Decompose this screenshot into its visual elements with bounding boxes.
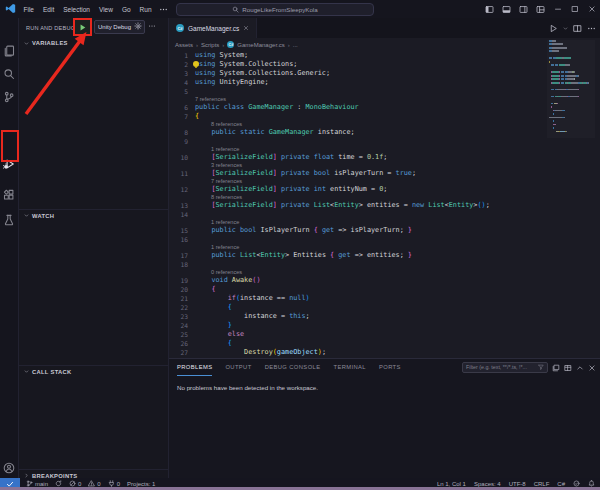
editor-action-run[interactable]	[549, 24, 558, 33]
problems-message: No problems have been detected in the wo…	[177, 384, 318, 391]
code-line: 10 [SerializeField] private float time =…	[169, 153, 600, 162]
menu-run[interactable]: Run	[135, 6, 156, 13]
editor-action-more[interactable]	[587, 24, 596, 33]
codelens-references[interactable]: 7 references	[169, 96, 600, 103]
breadcrumb-item[interactable]: Assets	[175, 42, 193, 48]
breadcrumb-item[interactable]: GameManager.cs	[237, 42, 284, 48]
codelens-references[interactable]: 1 reference	[169, 146, 600, 153]
line-number: 6	[169, 103, 195, 112]
activity-source-control[interactable]	[0, 86, 18, 108]
warning-icon	[88, 480, 95, 487]
code-line: 1using System;	[169, 51, 600, 60]
quick-fix-lightbulb-icon[interactable]	[193, 61, 199, 67]
problems-filter-input[interactable]: Filter (e.g. text, **/*.ts, !*...	[462, 362, 548, 373]
status-bell[interactable]	[588, 480, 595, 487]
menu-go[interactable]: Go	[117, 6, 135, 13]
status-label: Projects: 1	[127, 481, 155, 487]
minimap-line	[547, 71, 595, 73]
status-crlf[interactable]: CRLF	[534, 481, 550, 487]
activity-explorer[interactable]	[0, 40, 18, 62]
status-error[interactable]: 0	[69, 480, 81, 487]
status-utf-8[interactable]: UTF-8	[509, 481, 526, 487]
debug-more-actions-icon[interactable]	[148, 22, 156, 30]
panel-action-close[interactable]	[588, 364, 596, 372]
panel-tab-problems[interactable]: PROBLEMS	[177, 359, 212, 376]
minimize-button[interactable]	[549, 0, 566, 18]
codelens-references[interactable]: 3 references	[169, 162, 600, 169]
status-projects-1[interactable]: Projects: 1	[127, 481, 155, 487]
status-spaces-4[interactable]: Spaces: 4	[474, 481, 501, 487]
panel-tab-output[interactable]: OUTPUT	[225, 359, 251, 376]
layout-panel-icon	[502, 5, 511, 14]
minimap-line	[547, 54, 595, 56]
breadcrumb-separator: ›	[222, 42, 224, 48]
close-icon	[243, 25, 249, 31]
panel-action-table[interactable]	[564, 364, 572, 372]
menu-edit[interactable]: Edit	[38, 6, 58, 13]
close-icon	[588, 364, 596, 372]
activity-extensions[interactable]	[0, 184, 18, 206]
layout-panel-button[interactable]	[498, 0, 515, 18]
code-editor[interactable]: 1using System;2using System.Collections;…	[169, 51, 600, 357]
codelens-references[interactable]: 8 references	[169, 194, 600, 201]
tab-close-icon[interactable]	[243, 25, 249, 31]
menu-file[interactable]: File	[19, 6, 38, 13]
search-icon	[3, 68, 15, 80]
panel-action-copy[interactable]	[552, 364, 560, 372]
codelens-references[interactable]: 8 references	[169, 121, 600, 128]
minimap-line	[547, 57, 595, 59]
editor-action-split-editor[interactable]	[573, 24, 582, 33]
layout-customize-button[interactable]	[532, 0, 549, 18]
line-number: 15	[169, 226, 195, 235]
maximize-button[interactable]	[566, 0, 583, 18]
codelens-references[interactable]: 0 references	[169, 269, 600, 276]
status-c-[interactable]: C#	[557, 481, 565, 487]
code-line: 6public class GameManager : MonoBehaviou…	[169, 103, 600, 112]
minimap-line	[547, 50, 595, 52]
menu-view[interactable]: View	[94, 6, 117, 13]
status-label: 0	[117, 481, 120, 487]
status-warning[interactable]: 0	[88, 480, 100, 487]
code-line: 4using UnityEngine;	[169, 78, 600, 87]
status-check-circle[interactable]	[573, 480, 580, 487]
panel-tab-debug-console[interactable]: DEBUG CONSOLE	[265, 359, 321, 376]
panel-tab-terminal[interactable]: TERMINAL	[333, 359, 366, 376]
menu-selection[interactable]: Selection	[59, 6, 95, 13]
section-watch[interactable]: WATCH	[19, 209, 168, 221]
section-variables[interactable]: VARIABLES	[19, 37, 168, 49]
minimap[interactable]	[547, 40, 595, 138]
line-number: 21	[169, 294, 195, 303]
activity-testing[interactable]	[0, 209, 18, 231]
code-line: 20 {	[169, 285, 600, 294]
line-number: 16	[169, 235, 195, 244]
status-sync[interactable]	[55, 480, 62, 487]
debug-settings-gear-icon[interactable]	[134, 22, 142, 30]
command-center-search[interactable]: RougeLikeFromSleepyKola	[176, 3, 374, 16]
split-editor-icon	[573, 24, 582, 33]
breadcrumb-item[interactable]: Scripts	[201, 42, 219, 48]
status-ln-1-col-1[interactable]: Ln 1, Col 1	[437, 481, 466, 487]
tab-gamemanager[interactable]: C# GameManager.cs	[169, 18, 257, 38]
activity-search[interactable]	[0, 63, 18, 85]
start-debugging-button[interactable]	[73, 18, 92, 36]
section-call-stack[interactable]: CALL STACK	[19, 365, 168, 377]
status-plug[interactable]: 0	[108, 480, 120, 487]
editor-action-chevron-down[interactable]	[563, 26, 568, 31]
breadcrumb-item[interactable]: ...	[293, 42, 298, 48]
layout-sidebar-button[interactable]	[481, 0, 498, 18]
panel-action-chevron-up[interactable]	[576, 364, 584, 372]
codelens-references[interactable]: 7 references	[169, 178, 600, 185]
minimap-line	[547, 106, 595, 108]
status-branch[interactable]: main	[26, 480, 48, 487]
panel-tab-ports[interactable]: PORTS	[379, 359, 401, 376]
more-icon[interactable]	[156, 5, 171, 14]
code-line: 19 void Awake()	[169, 276, 600, 285]
layout-secondary-sidebar-button[interactable]	[515, 0, 532, 18]
code-line: 18	[169, 260, 600, 269]
section-label: VARIABLES	[32, 40, 68, 46]
codelens-references[interactable]: 1 reference	[169, 219, 600, 226]
breadcrumb: Assets›Scripts›C#GameManager.cs›...	[175, 38, 298, 51]
code-line: 13 [SerializeField] private List<Entity>…	[169, 201, 600, 210]
codelens-references[interactable]: 1 reference	[169, 244, 600, 251]
close-button[interactable]	[583, 0, 600, 18]
